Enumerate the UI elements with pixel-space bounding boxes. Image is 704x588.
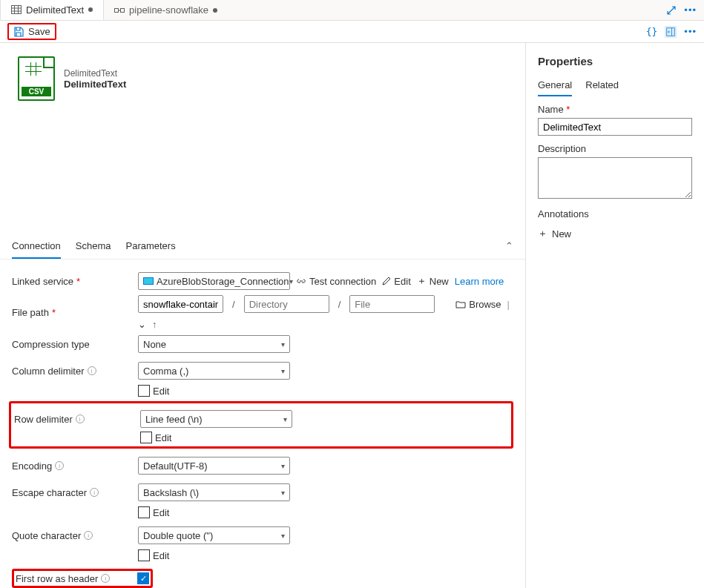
pencil-icon [382, 277, 391, 285]
new-linked-service[interactable]: ＋New [417, 274, 449, 288]
first-row-label: First row as header [16, 573, 98, 584]
info-icon[interactable]: i [55, 461, 64, 470]
info-icon[interactable]: i [84, 531, 93, 540]
plus-icon: ＋ [417, 274, 427, 288]
table-icon [11, 5, 22, 14]
escape-select[interactable]: Backslash (\)▾ [138, 483, 290, 501]
edit-label: Edit [153, 386, 169, 397]
edit-label: Edit [153, 550, 169, 561]
row-delim-select[interactable]: Line feed (\n)▾ [140, 410, 292, 428]
info-icon[interactable]: i [88, 366, 96, 375]
collapse-icon[interactable]: ⌃ [505, 240, 513, 251]
row-delim-label: Row delimiter i [14, 414, 140, 425]
column-delim-select[interactable]: Comma (,)▾ [138, 362, 290, 380]
compression-label: Compression type [12, 339, 138, 350]
info-icon[interactable]: i [76, 414, 85, 423]
plus-icon: ＋ [538, 227, 547, 240]
column-delim-label: Column delimiter i [12, 366, 138, 377]
compression-select[interactable]: None▾ [138, 335, 290, 353]
tab-schema[interactable]: Schema [76, 234, 111, 259]
row-delim-edit-checkbox[interactable] [140, 432, 152, 443]
edit-label: Edit [155, 432, 171, 443]
properties-title: Properties [538, 55, 692, 67]
dataset-csv-icon: CSV [18, 56, 55, 101]
dirty-indicator [88, 7, 93, 12]
tab-parameters[interactable]: Parameters [125, 234, 175, 259]
prop-desc-label: Description [538, 143, 692, 154]
prop-tab-general[interactable]: General [538, 76, 572, 96]
file-tab-delimitedtext[interactable]: DelimitedText [0, 0, 104, 20]
svg-rect-0 [12, 6, 22, 14]
prop-desc-textarea[interactable] [538, 157, 692, 199]
folder-icon [455, 300, 466, 308]
encoding-label: Encoding i [12, 460, 138, 472]
tab-connection[interactable]: Connection [12, 234, 61, 259]
chevron-down-icon[interactable]: ⌄ [138, 319, 146, 330]
first-row-checkbox[interactable]: ✓ [137, 572, 149, 584]
linked-service-select[interactable]: AzureBlobStorage_Connection ▾ [138, 272, 290, 290]
escape-edit-checkbox[interactable] [138, 506, 150, 518]
tab-label: DelimitedText [26, 4, 84, 16]
learn-more-link[interactable]: Learn more [455, 276, 504, 287]
test-connection-button[interactable]: Test connection [296, 276, 376, 287]
dirty-indicator [213, 8, 217, 13]
prop-annotations-label: Annotations [538, 208, 692, 219]
dataset-name: DelimitedText [64, 79, 126, 90]
add-annotation-button[interactable]: ＋ New [538, 227, 692, 240]
storage-icon [143, 277, 154, 285]
save-icon [13, 27, 24, 37]
edit-label: Edit [153, 507, 169, 518]
file-path-label: File path* [12, 307, 138, 318]
toolbar-more-icon[interactable]: ••• [684, 26, 697, 37]
prop-name-label: Name * [538, 104, 692, 115]
svg-rect-5 [115, 8, 119, 12]
column-delim-edit-checkbox[interactable] [138, 385, 150, 397]
save-button[interactable]: Save [7, 23, 56, 40]
svg-rect-6 [121, 8, 125, 12]
save-label: Save [28, 26, 50, 37]
dataset-type: DelimitedText [64, 68, 126, 79]
file-input[interactable] [349, 295, 435, 313]
encoding-select[interactable]: Default(UTF-8)▾ [138, 457, 290, 475]
edit-linked-service[interactable]: Edit [382, 276, 410, 287]
more-icon[interactable]: ••• [684, 4, 697, 16]
tab-label: pipeline-snowflake [129, 4, 208, 16]
info-icon[interactable]: i [90, 488, 99, 497]
info-icon[interactable]: i [101, 574, 110, 583]
quote-label: Quote character i [12, 530, 138, 541]
quote-select[interactable]: Double quote (")▾ [138, 526, 290, 544]
prop-name-input[interactable] [538, 118, 692, 136]
quote-edit-checkbox[interactable] [138, 549, 150, 561]
container-input[interactable] [138, 295, 223, 313]
browse-button[interactable]: Browse [455, 299, 501, 310]
pipeline-icon [114, 6, 125, 15]
link-icon [296, 277, 306, 285]
directory-input[interactable] [244, 295, 329, 313]
prop-tab-related[interactable]: Related [585, 76, 619, 96]
linked-service-label: Linked service* [12, 276, 138, 287]
expand-icon[interactable] [666, 5, 677, 16]
escape-label: Escape character i [12, 487, 138, 498]
code-icon[interactable]: {} [646, 26, 658, 37]
file-tab-pipeline[interactable]: pipeline-snowflake [104, 0, 228, 20]
properties-toggle-icon[interactable] [665, 26, 677, 38]
